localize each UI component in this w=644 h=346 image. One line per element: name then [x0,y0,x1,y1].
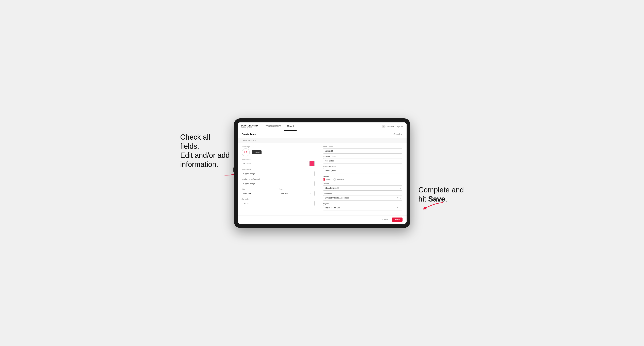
modal-header: Create Team Cancel ✕ [238,131,406,138]
state-select-wrapper: New York California Texas ✕ ⌄ [279,191,314,196]
team-name-label: Team name [242,168,314,170]
conference-select[interactable]: University Athletic Association Other [323,195,402,200]
athletic-director-label: Athletic Director [323,166,402,168]
save-button[interactable]: Save [392,217,402,222]
head-coach-label: Head Coach [323,146,402,148]
head-coach-input[interactable] [323,148,402,154]
team-name-input[interactable] [242,171,314,176]
assistant-coach-label: Assistant Coach [323,156,402,158]
gender-mens-option[interactable]: Mens [323,178,330,181]
region-clear-icon[interactable]: ✕ [397,207,399,209]
conference-label: Conference [323,193,402,195]
zip-label: Zip code [242,198,314,200]
zip-group: Zip code [242,198,314,206]
team-logo-label: Team logo [242,146,314,148]
nav-user-label: Test User | [387,126,396,128]
mens-radio-dot [323,178,325,181]
modal-footer: Cancel Save [238,215,406,224]
gender-label: Gender [323,175,402,177]
tablet-frame: SCOREBOARD Powered by clippd TOURNAMENTS… [234,118,410,228]
arrow-right-icon [424,200,444,213]
nav-bar: SCOREBOARD Powered by clippd TOURNAMENTS… [238,122,406,131]
cancel-label: Cancel [394,133,400,135]
region-select[interactable]: Region II - (M) DIII Region I Region III [323,205,402,210]
womens-label: Womens [337,178,344,180]
region-group: Region Region II - (M) DIII Region I Reg… [323,202,402,210]
nav-user-area: T Test User | Sign out [382,125,403,128]
team-colour-group: Team colour [242,159,314,166]
division-select-wrapper: NCAA Division III NCAA Division II NCAA … [323,185,402,191]
team-logo-group: Team logo C Upload [242,146,314,157]
gender-womens-option[interactable]: Womens [334,178,344,181]
avatar: T [382,125,386,128]
modal-close-button[interactable]: Cancel ✕ [394,133,402,136]
region-select-wrapper: Region II - (M) DIII Region I Region III… [323,205,402,210]
assistant-coach-input[interactable] [323,158,402,164]
logo-sub: Powered by clippd [241,127,258,128]
athletic-director-input[interactable] [323,168,402,173]
form-body: Team logo C Upload Team colour [238,143,406,215]
conference-group: Conference University Athletic Associati… [323,193,402,200]
conference-clear-icon[interactable]: ✕ [397,197,399,199]
color-row [242,161,314,166]
gender-radio-row: Mens Womens [323,178,402,181]
display-name-group: Display name (unique) [242,178,314,186]
zip-input[interactable] [242,201,314,206]
division-select[interactable]: NCAA Division III NCAA Division II NCAA … [323,185,402,191]
instruction-left: Check all fields. Edit and/or add inform… [180,133,231,169]
display-name-input[interactable] [242,181,314,186]
tab-tournaments[interactable]: TOURNAMENTS [263,122,284,131]
city-input[interactable] [242,191,277,196]
city-state-row: City State New York California Texas [242,188,314,198]
logo-title: SCOREBOARD [241,125,258,127]
nav-tabs: TOURNAMENTS TEAMS [263,122,382,131]
team-colour-label: Team colour [242,159,314,161]
tablet-screen: SCOREBOARD Powered by clippd TOURNAMENTS… [238,122,406,224]
form-left-column: Team logo C Upload Team colour [242,146,319,212]
city-label: City [242,188,277,190]
division-group: Division NCAA Division III NCAA Division… [323,183,402,191]
section-label: TEAM DETAILS [238,138,406,143]
conference-select-wrapper: University Athletic Association Other ✕ … [323,195,402,200]
division-label: Division [323,183,402,185]
logo-initial: C [244,150,247,154]
display-name-label: Display name (unique) [242,178,314,180]
cancel-button[interactable]: Cancel [380,218,390,222]
upload-button[interactable]: Upload [252,150,262,154]
city-group: City [242,188,277,196]
womens-radio-dot [334,178,336,181]
state-group: State New York California Texas ✕ ⌄ [279,188,314,196]
region-label: Region [323,202,402,204]
color-swatch[interactable] [309,161,314,166]
close-icon: ✕ [401,133,402,136]
state-label: State [279,188,314,190]
athletic-director-group: Athletic Director [323,166,402,173]
sign-out-link[interactable]: Sign out [396,126,403,128]
form-right-column: Head Coach Assistant Coach Athletic Dire… [319,146,402,212]
logo-circle: C [242,148,250,157]
logo-area: C Upload [242,148,314,157]
assistant-coach-group: Assistant Coach [323,156,402,164]
nav-logo: SCOREBOARD Powered by clippd [241,125,258,128]
modal-title: Create Team [242,133,256,136]
state-clear-icon[interactable]: ✕ [309,192,311,194]
team-name-group: Team name [242,168,314,176]
head-coach-group: Head Coach [323,146,402,154]
gender-group: Gender Mens Womens [323,175,402,181]
team-colour-input[interactable] [242,161,308,166]
tab-teams[interactable]: TEAMS [284,122,296,131]
mens-label: Mens [326,178,330,180]
tablet-side-button [233,168,234,172]
